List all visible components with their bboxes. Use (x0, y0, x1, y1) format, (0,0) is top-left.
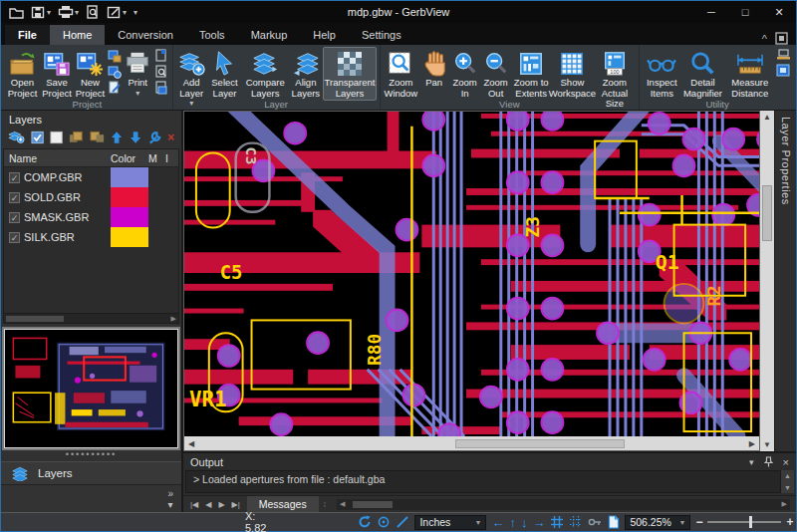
nav-last-icon[interactable]: ▶| (232, 500, 240, 509)
messages-hscrollbar[interactable]: ◀ ▶ (337, 499, 790, 510)
layer-row-silk[interactable]: ✓ SILK.GBR (4, 227, 178, 247)
show-workspace-button[interactable]: Show Workspace (551, 47, 593, 101)
tab-conversion[interactable]: Conversion (105, 25, 186, 45)
inspect-items-button[interactable]: Inspect Items (643, 47, 680, 101)
column-i[interactable]: I (165, 152, 178, 164)
scroll-right-arrow[interactable]: ▶ (171, 315, 178, 323)
zoom-slider-knob[interactable] (749, 516, 752, 528)
pcb-canvas[interactable]: C3C5R80VR1Z3Q1R2 (184, 112, 759, 436)
layer-checkbox[interactable]: ✓ (9, 232, 20, 243)
save-icon[interactable]: ▾ (31, 6, 51, 19)
align-layers-button[interactable]: Align Layers (288, 47, 323, 101)
snap-grid-icon[interactable] (569, 515, 583, 529)
layer-checkbox[interactable]: ✓ (9, 212, 20, 223)
preview-page-icon[interactable] (154, 65, 168, 79)
export-page-icon[interactable] (154, 81, 168, 95)
line-mode-icon[interactable] (396, 515, 409, 529)
measure-distance-button[interactable]: Measure Distance (725, 47, 775, 101)
scroll-right-arrow[interactable]: ▶ (782, 500, 787, 508)
zoom-slider[interactable] (707, 521, 781, 523)
zoom-window-button[interactable]: Zoom Window (384, 47, 419, 101)
zoom-minus-button[interactable]: − (695, 515, 702, 529)
canvas-vscrollbar[interactable]: ▲ ▼ (760, 111, 774, 451)
nav-next-icon[interactable]: ▶ (218, 500, 224, 509)
scroll-left-arrow[interactable]: ◀ (340, 500, 345, 508)
move-down-icon[interactable] (130, 131, 141, 144)
collapse-ribbon-icon[interactable]: ^ (762, 33, 767, 45)
key-icon[interactable] (588, 516, 603, 528)
scroll-left-arrow[interactable]: ◀ (188, 439, 194, 448)
layer-list-hscrollbar[interactable]: ▶ (4, 313, 178, 323)
page-setup-icon[interactable] (154, 49, 168, 63)
pan-right-icon[interactable]: → (532, 516, 545, 529)
ungroup-icon[interactable] (90, 131, 105, 144)
grid-icon[interactable] (550, 515, 564, 529)
scroll-thumb[interactable] (6, 316, 64, 322)
layer-checkbox[interactable]: ✓ (9, 172, 20, 183)
transparent-layers-button[interactable]: Transparent Layers (323, 47, 376, 101)
close-button[interactable]: ✕ (762, 1, 796, 23)
layer-color-swatch[interactable] (111, 187, 148, 207)
move-up-icon[interactable] (111, 131, 123, 144)
group-icon[interactable] (69, 131, 84, 144)
check-all-icon[interactable] (31, 131, 44, 144)
zoom-to-extents-button[interactable]: Zoom to Extents (511, 47, 551, 101)
layer-color-swatch[interactable] (111, 227, 148, 247)
pan-down-icon[interactable]: ↓ (521, 516, 528, 529)
output-dropdown-icon[interactable]: ▾ (749, 457, 754, 467)
add-layer-icon[interactable] (8, 130, 25, 144)
output-vscrollbar[interactable]: ▲ ▼ (781, 470, 794, 493)
settings-wrench-icon[interactable] (147, 131, 161, 144)
scroll-thumb[interactable] (762, 185, 772, 241)
pan-left-icon[interactable]: ← (491, 516, 504, 529)
scroll-right-arrow[interactable]: ▶ (749, 439, 755, 448)
markup-icon[interactable]: ▾ (107, 6, 127, 19)
scroll-thumb[interactable] (353, 501, 393, 508)
customize-toolbar-icon[interactable]: ▾ (133, 8, 137, 17)
pan-up-icon[interactable]: ↑ (509, 516, 516, 529)
tab-tools[interactable]: Tools (186, 25, 238, 45)
overview-thumbnail[interactable] (4, 329, 178, 448)
new-project-button[interactable]: New Project (74, 47, 107, 101)
save-project-button[interactable]: Save Project (40, 47, 74, 101)
tab-markup[interactable]: Markup (238, 25, 301, 45)
pan-button[interactable]: Pan (418, 47, 449, 91)
detail-magnifier-button[interactable]: Detail Magnifier (680, 47, 724, 101)
print-icon[interactable]: ▾ (58, 5, 79, 19)
document-icon[interactable] (608, 515, 620, 529)
open-file-icon[interactable] (9, 6, 24, 19)
expand-chevrons-icon[interactable]: »▾ (167, 488, 173, 510)
layer-color-swatch[interactable] (111, 167, 148, 187)
rotate-icon[interactable] (358, 515, 372, 529)
layer-row-smask[interactable]: ✓ SMASK.GBR (4, 207, 178, 227)
select-layer-button[interactable]: Select Layer (207, 47, 243, 101)
column-m[interactable]: M (148, 152, 165, 164)
layer-checkbox[interactable]: ✓ (9, 192, 20, 203)
scroll-thumb[interactable] (455, 439, 625, 448)
ribbon-style-icon[interactable] (775, 32, 788, 45)
column-color[interactable]: Color (111, 152, 148, 164)
layers-panel-button[interactable]: Layers (1, 461, 181, 485)
scroll-down-arrow[interactable]: ▼ (784, 484, 791, 491)
layer-properties-tab[interactable]: Layer Properties (780, 117, 792, 451)
delete-icon[interactable]: × (167, 131, 174, 144)
tab-help[interactable]: Help (300, 25, 349, 45)
layer-row-comp[interactable]: ✓ COMP.GBR (4, 167, 178, 187)
zoom-out-button[interactable]: Zoom Out (480, 47, 511, 101)
scroll-up-arrow[interactable]: ▲ (763, 111, 771, 124)
snap-circle-icon[interactable] (377, 515, 391, 529)
tab-splitter[interactable]: ⁞ (319, 500, 331, 509)
project-window-icon[interactable] (108, 49, 122, 63)
tab-settings[interactable]: Settings (349, 25, 414, 45)
units-select[interactable]: Inches▼ (414, 515, 486, 530)
layer-color-swatch[interactable] (111, 207, 148, 227)
zoom-plus-button[interactable]: + (786, 515, 793, 529)
laptop-icon[interactable] (776, 49, 791, 62)
project-notes-icon[interactable] (108, 81, 122, 95)
column-name[interactable]: Name (4, 152, 111, 164)
maximize-button[interactable]: □ (728, 1, 762, 23)
snapshot-icon[interactable] (776, 64, 790, 77)
tab-file[interactable]: File (5, 25, 50, 45)
nav-prev-icon[interactable]: ◀ (205, 500, 211, 509)
minimize-button[interactable]: ─ (694, 1, 728, 23)
